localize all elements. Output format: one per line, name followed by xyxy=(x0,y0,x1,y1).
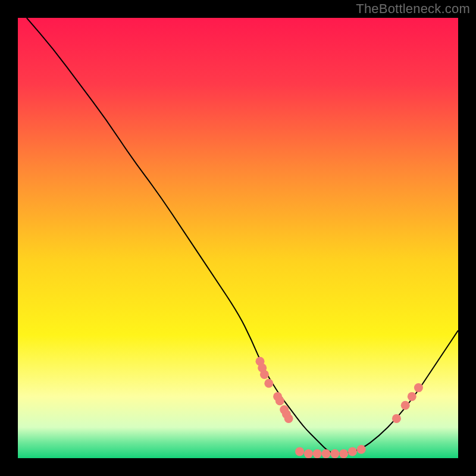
marker-dot xyxy=(304,449,313,458)
marker-dot xyxy=(295,447,304,456)
watermark-text: TheBottleneck.com xyxy=(356,1,470,17)
marker-dot xyxy=(392,414,401,423)
marker-dot xyxy=(339,449,348,458)
marker-dot xyxy=(357,445,366,454)
marker-dot xyxy=(322,449,331,458)
marker-dot xyxy=(264,379,273,388)
marker-dot xyxy=(414,383,423,392)
marker-dot xyxy=(275,396,284,405)
marker-dot xyxy=(401,401,410,410)
chart-stage: TheBottleneck.com xyxy=(0,0,476,476)
marker-dot xyxy=(313,449,322,458)
marker-dot xyxy=(330,449,339,458)
marker-dot xyxy=(408,392,416,401)
chart-svg xyxy=(18,18,458,458)
marker-dot xyxy=(260,370,269,379)
marker-dot xyxy=(284,414,293,423)
plot-area xyxy=(18,18,458,458)
marker-dot xyxy=(348,447,357,456)
heat-gradient-rect xyxy=(18,18,458,458)
